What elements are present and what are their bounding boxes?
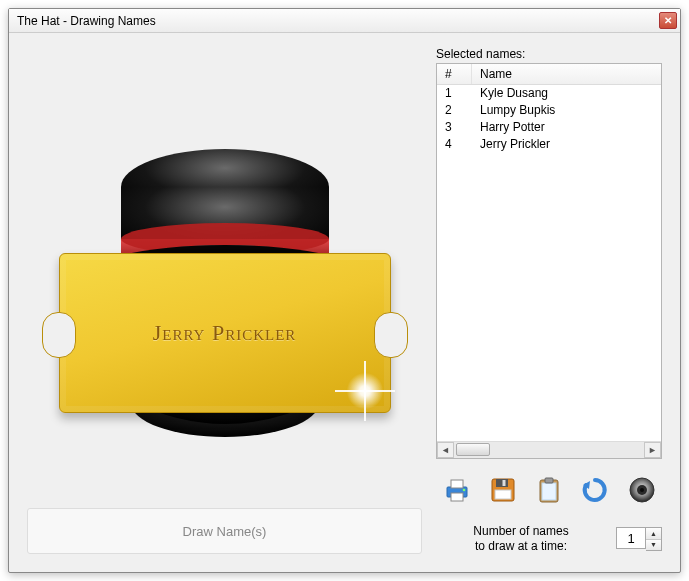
toolbar <box>436 471 662 508</box>
close-icon: ✕ <box>664 15 672 26</box>
client-area: Jerry Prickler Draw Name(s) Selected nam… <box>9 33 680 572</box>
speaker-icon <box>627 475 657 505</box>
svg-rect-18 <box>545 478 553 483</box>
spinner-buttons: ▲ ▼ <box>646 527 662 551</box>
clipboard-button[interactable] <box>531 471 568 508</box>
right-pane: Selected names: # Name 1 Kyle Dusang 2 L… <box>436 47 662 554</box>
sparkle-icon <box>344 370 386 412</box>
svg-rect-14 <box>502 480 505 486</box>
scroll-right-icon[interactable]: ► <box>644 442 661 458</box>
list-item[interactable]: 2 Lumpy Bupkis <box>437 102 661 119</box>
draw-names-button[interactable]: Draw Name(s) <box>27 508 422 554</box>
floppy-disk-icon <box>488 475 518 505</box>
draw-names-label: Draw Name(s) <box>183 524 267 539</box>
printer-icon <box>442 475 472 505</box>
list-item[interactable]: 3 Harry Potter <box>437 119 661 136</box>
sound-button[interactable] <box>623 471 660 508</box>
titlebar: The Hat - Drawing Names ✕ <box>9 9 680 33</box>
svg-rect-17 <box>542 483 556 500</box>
clipboard-icon <box>534 475 564 505</box>
draw-count-input[interactable] <box>616 527 646 549</box>
list-header: # Name <box>437 64 661 85</box>
close-button[interactable]: ✕ <box>659 12 677 29</box>
list-item[interactable]: 4 Jerry Prickler <box>437 136 661 153</box>
list-body: 1 Kyle Dusang 2 Lumpy Bupkis 3 Harry Pot… <box>437 85 661 441</box>
reshuffle-button[interactable] <box>577 471 614 508</box>
draw-count-spinner[interactable]: ▲ ▼ <box>616 527 662 551</box>
draw-count-row: Number of names to draw at a time: ▲ ▼ <box>436 524 662 554</box>
app-window: The Hat - Drawing Names ✕ <box>8 8 681 573</box>
column-header-name[interactable]: Name <box>472 64 661 84</box>
spinner-up-button[interactable]: ▲ <box>646 528 661 540</box>
drawn-name: Jerry Prickler <box>153 320 297 346</box>
refresh-icon <box>580 475 610 505</box>
svg-rect-9 <box>451 480 463 488</box>
horizontal-scrollbar[interactable]: ◄ ► <box>437 441 661 458</box>
illustration-area: Jerry Prickler <box>27 47 422 500</box>
list-item[interactable]: 1 Kyle Dusang <box>437 85 661 102</box>
scroll-left-icon[interactable]: ◄ <box>437 442 454 458</box>
window-title: The Hat - Drawing Names <box>17 14 156 28</box>
svg-rect-13 <box>496 479 508 487</box>
left-pane: Jerry Prickler Draw Name(s) <box>27 47 422 554</box>
svg-rect-15 <box>495 490 511 499</box>
scroll-track[interactable] <box>454 442 644 458</box>
selected-names-list[interactable]: # Name 1 Kyle Dusang 2 Lumpy Bupkis 3 Ha… <box>436 63 662 459</box>
selected-names-heading: Selected names: <box>436 47 662 61</box>
svg-point-11 <box>462 488 465 491</box>
column-header-number[interactable]: # <box>437 64 472 84</box>
spinner-down-button[interactable]: ▼ <box>646 540 661 551</box>
save-button[interactable] <box>484 471 521 508</box>
svg-rect-10 <box>451 493 463 501</box>
print-button[interactable] <box>438 471 475 508</box>
ticket: Jerry Prickler <box>59 253 391 413</box>
scroll-thumb[interactable] <box>456 443 490 456</box>
svg-point-22 <box>640 488 644 492</box>
draw-count-label: Number of names to draw at a time: <box>436 524 606 554</box>
